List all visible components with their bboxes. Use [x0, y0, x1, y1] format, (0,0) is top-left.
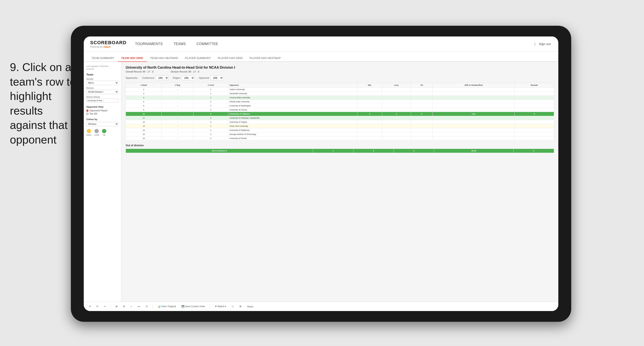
- nav-committee[interactable]: COMMITTEE: [196, 42, 218, 46]
- colour-by-select[interactable]: Win/loss: [86, 122, 118, 126]
- table-row[interactable]: 11-6University of Arkansas, Fayetteville: [126, 116, 554, 120]
- opponents-played-radio[interactable]: [86, 110, 88, 112]
- cell-loss: [382, 116, 411, 120]
- cell-opponent: University of Arizona: [228, 108, 357, 112]
- layout-btn[interactable]: ⊞: [238, 304, 243, 309]
- out-division-row[interactable]: NCAA Division II 1 0 0 26.00 3: [126, 149, 554, 153]
- level-label: Level: [94, 134, 99, 136]
- nav-tournaments[interactable]: TOURNAMENTS: [135, 42, 163, 46]
- gender-select[interactable]: Men's: [86, 81, 118, 85]
- cell-win: [357, 132, 382, 136]
- cell-diff: [433, 87, 514, 92]
- cell-loss: [382, 132, 411, 136]
- view-original-btn[interactable]: 📊 View: Original: [156, 304, 178, 309]
- table-row[interactable]: 12-3University of Virginia: [126, 120, 554, 124]
- table-row[interactable]: 14-2University of Oklahoma: [126, 128, 554, 132]
- school-value: University of Nort...: [86, 99, 118, 102]
- h2h-table: # Rank # Reg # Conf Opponent Win Loss Ti…: [126, 83, 554, 140]
- add-btn[interactable]: +: [129, 304, 134, 309]
- sign-out-link[interactable]: Sign out: [539, 42, 551, 46]
- conference-filter-select[interactable]: (All): [156, 75, 168, 80]
- col-reg: # Reg: [162, 83, 194, 87]
- cell-diff: [433, 136, 514, 140]
- out-division-diff: 26.00: [434, 149, 514, 153]
- undo-btn[interactable]: ⟲: [87, 304, 92, 309]
- cell-rank: 13: [126, 124, 162, 128]
- division-select[interactable]: NCAA Division I: [86, 90, 118, 94]
- table-row[interactable]: 6-2Florida State University: [126, 100, 554, 104]
- cell-opponent: Texas Tech University: [228, 124, 357, 128]
- redo-btn[interactable]: ⟳: [95, 304, 100, 309]
- table-row[interactable]: 9-3University of Arizona: [126, 108, 554, 112]
- region-filter-select[interactable]: (All): [182, 75, 194, 80]
- opponent-filter-select[interactable]: (All): [210, 75, 223, 80]
- cell-diff: [433, 104, 514, 108]
- down-dot: [87, 129, 91, 133]
- cell-loss: [382, 128, 411, 132]
- opponents-played-option[interactable]: Opponents Played: [86, 109, 118, 112]
- cell-rank: 14: [126, 128, 162, 132]
- table-row[interactable]: 8-2University of Washington: [126, 104, 554, 108]
- cell-conf: 1: [194, 124, 228, 128]
- step-number: 9.: [10, 61, 19, 73]
- cell-conf: 2: [194, 128, 228, 132]
- cell-rounds: [514, 92, 554, 96]
- cell-diff: [433, 108, 514, 112]
- zoom-in-btn[interactable]: ⊞: [114, 304, 119, 309]
- save-custom-view-btn[interactable]: 💾 Save Custom View: [180, 304, 207, 309]
- cell-rank: 4: [126, 96, 162, 100]
- table-row[interactable]: 4-1Arizona State University: [126, 96, 554, 100]
- up-label: Up: [103, 134, 106, 136]
- tab-player-summary[interactable]: PLAYER SUMMARY: [182, 55, 214, 62]
- top-100-radio[interactable]: [86, 113, 88, 115]
- tab-player-h2h-grid[interactable]: PLAYER H2H GRID: [214, 55, 246, 62]
- col-conf: # Conf: [194, 83, 228, 87]
- grid-btn[interactable]: ⬡: [230, 304, 236, 309]
- tab-player-h2h-heatmap[interactable]: PLAYER H2H HEATMAP: [246, 55, 284, 62]
- table-row[interactable]: 13-1Texas Tech University: [126, 124, 554, 128]
- cell-reg: -: [162, 87, 194, 92]
- cell-conf: 2: [194, 100, 228, 104]
- cell-win: [357, 116, 382, 120]
- table-row[interactable]: 3-2Vanderbilt University: [126, 92, 554, 96]
- cell-rounds: [514, 128, 554, 132]
- tab-team-h2h-heatmap[interactable]: TEAM H2H HEATMAP: [147, 55, 182, 62]
- cell-conf: 6: [194, 116, 228, 120]
- conference-filter-group: Conference (All): [142, 75, 168, 80]
- more-btn[interactable]: •••: [136, 304, 142, 309]
- filters-row: Opponents: Conference (All) Region (All): [126, 75, 554, 80]
- cell-win: [357, 108, 382, 112]
- cell-diff: [433, 128, 514, 132]
- col-win: Win: [357, 83, 382, 87]
- cell-loss: [382, 136, 411, 140]
- tab-team-h2h-grid[interactable]: TEAM H2H GRID: [118, 55, 147, 62]
- timer-btn[interactable]: ⏱: [144, 304, 150, 309]
- share-btn[interactable]: Share: [245, 304, 255, 309]
- cell-loss: [382, 108, 411, 112]
- region-filter-label: Region: [173, 77, 180, 79]
- cell-reg: -: [162, 124, 194, 128]
- watch-btn[interactable]: 👁 Watch ▾: [213, 304, 228, 309]
- back-btn[interactable]: ↩: [102, 304, 108, 309]
- cell-rank: 16: [126, 136, 162, 140]
- table-row[interactable]: 2-1Auburn University: [126, 87, 554, 92]
- table-row[interactable]: 16-3University of Florida: [126, 136, 554, 140]
- nav-teams[interactable]: TEAMS: [174, 42, 186, 46]
- cell-diff: [433, 132, 514, 136]
- tab-team-summary[interactable]: TEAM SUMMARY: [88, 55, 118, 62]
- grid-records: Overall Record: 89 - 17 - 0 Division Rec…: [126, 70, 554, 73]
- toolbar-sep-2: [153, 304, 153, 309]
- table-row[interactable]: 11-5University of Alabama3002.618: [126, 112, 554, 116]
- zoom-out-btn[interactable]: ⊟: [121, 304, 127, 309]
- cell-loss: [382, 104, 411, 108]
- cell-reg: -: [162, 100, 194, 104]
- top-100-option[interactable]: Top 100: [86, 113, 118, 115]
- cell-conf: 2: [194, 92, 228, 96]
- sidebar-updated: Last Updated: 27/03/2024 16:55:38: [86, 65, 118, 70]
- cell-win: 3: [357, 112, 382, 116]
- cell-tie: [411, 116, 433, 120]
- school-label: School (Rank): [86, 96, 118, 98]
- cell-rank: 2: [126, 87, 162, 92]
- col-tie: Tie: [411, 83, 433, 87]
- table-row[interactable]: 15-4Georgia Institute of Technology: [126, 132, 554, 136]
